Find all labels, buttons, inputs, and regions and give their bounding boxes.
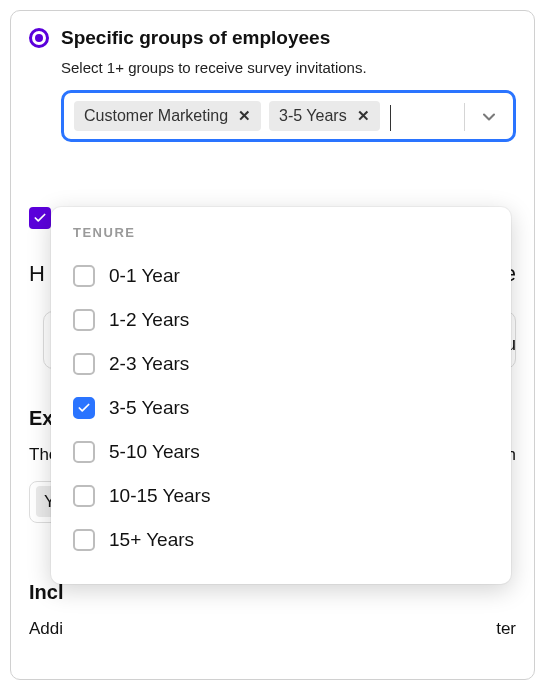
checkbox-icon[interactable] xyxy=(73,353,95,375)
tenure-option[interactable]: 15+ Years xyxy=(73,518,489,562)
text-cursor[interactable] xyxy=(390,105,391,131)
tenure-option-label: 10-15 Years xyxy=(109,485,210,507)
chevron-down-icon[interactable] xyxy=(475,101,503,133)
panel: Specific groups of employees Select 1+ g… xyxy=(10,10,535,680)
tenure-option-label: 15+ Years xyxy=(109,529,194,551)
tenure-option[interactable]: 1-2 Years xyxy=(73,298,489,342)
tenure-option[interactable]: 10-15 Years xyxy=(73,474,489,518)
chip-label: Customer Marketing xyxy=(84,107,228,125)
tenure-option-label: 3-5 Years xyxy=(109,397,189,419)
checkbox-icon[interactable] xyxy=(73,441,95,463)
bg-heading-fragment: Incl xyxy=(29,581,63,604)
multiselect-divider xyxy=(464,103,465,131)
chip-remove-icon[interactable]: ✕ xyxy=(357,107,370,125)
checkbox-icon[interactable] xyxy=(73,485,95,507)
tenure-option-label: 1-2 Years xyxy=(109,309,189,331)
chip-remove-icon[interactable]: ✕ xyxy=(238,107,251,125)
tenure-option[interactable]: 3-5 Years xyxy=(73,386,489,430)
tenure-option-label: 0-1 Year xyxy=(109,265,180,287)
bg-fragment: H xyxy=(29,261,45,287)
tenure-option[interactable]: 5-10 Years xyxy=(73,430,489,474)
radio-row[interactable]: Specific groups of employees xyxy=(29,27,516,49)
checkbox-icon[interactable] xyxy=(73,529,95,551)
background-checkbox[interactable] xyxy=(29,207,51,229)
tenure-option-label: 2-3 Years xyxy=(109,353,189,375)
selected-chip[interactable]: Customer Marketing✕ xyxy=(74,101,261,131)
radio-label: Specific groups of employees xyxy=(61,27,330,49)
bg-fragment: Addi xyxy=(29,619,63,639)
chips-area[interactable]: Customer Marketing✕3-5 Years✕ xyxy=(74,101,450,131)
checkbox-checked-icon[interactable] xyxy=(73,397,95,419)
checkbox-icon[interactable] xyxy=(73,309,95,331)
radio-selected-icon xyxy=(29,28,49,48)
tenure-option[interactable]: 2-3 Years xyxy=(73,342,489,386)
chip-label: 3-5 Years xyxy=(279,107,347,125)
tenure-option-label: 5-10 Years xyxy=(109,441,200,463)
dropdown-section-header: TENURE xyxy=(73,225,489,240)
helper-text: Select 1+ groups to receive survey invit… xyxy=(61,59,516,76)
groups-multiselect[interactable]: Customer Marketing✕3-5 Years✕ xyxy=(61,90,516,142)
bg-fragment: ter xyxy=(496,619,516,639)
tenure-option[interactable]: 0-1 Year xyxy=(73,254,489,298)
selected-chip[interactable]: 3-5 Years✕ xyxy=(269,101,380,131)
checkbox-icon[interactable] xyxy=(73,265,95,287)
tenure-dropdown[interactable]: TENURE 0-1 Year1-2 Years2-3 Years3-5 Yea… xyxy=(51,207,511,584)
